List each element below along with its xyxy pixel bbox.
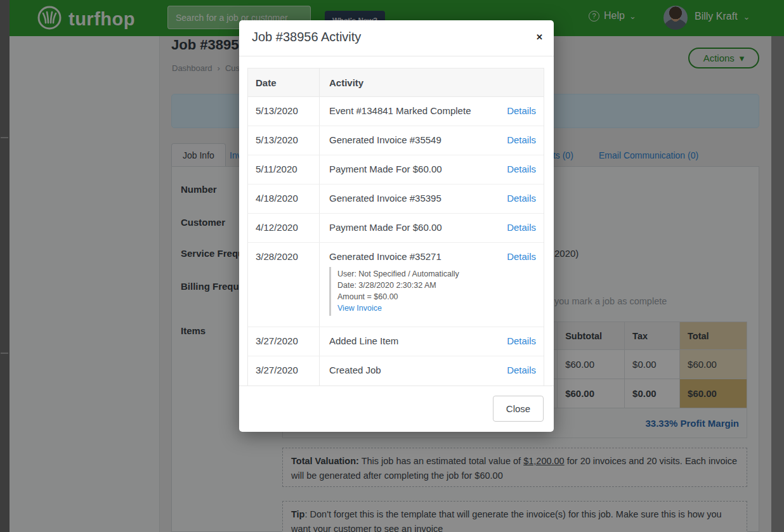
close-icon[interactable]: ✕ — [536, 33, 543, 41]
detail-date: Date: 3/28/2020 2:30:32 AM — [337, 280, 494, 291]
activity-row-expanded: 3/28/2020 Generated Invoice #35271 User:… — [248, 243, 544, 327]
detail-amount: Amount = $60.00 — [337, 291, 494, 302]
view-invoice-link[interactable]: View Invoice — [337, 304, 382, 313]
details-link[interactable]: Details — [507, 134, 536, 145]
modal-title: Job #38956 Activity — [252, 30, 361, 44]
col-header-date: Date — [248, 68, 320, 96]
details-link[interactable]: Details — [507, 105, 536, 116]
activity-row: 4/18/2020 Generated Invoice #35395 Detai… — [248, 185, 544, 214]
activity-row: 5/13/2020 Event #134841 Marked Complete … — [248, 97, 544, 126]
details-link[interactable]: Details — [507, 164, 536, 174]
job-activity-modal: Job #38956 Activity ✕ Date Activity 5/13… — [239, 20, 554, 432]
close-button[interactable]: Close — [493, 396, 544, 422]
activity-table-header: Date Activity — [248, 68, 544, 97]
activity-row: 4/12/2020 Payment Made For $60.00 Detail… — [248, 214, 544, 243]
activity-row: 3/27/2020 Created Job Details — [248, 356, 544, 386]
modal-footer: Close — [239, 386, 554, 432]
details-link[interactable]: Details — [507, 251, 536, 262]
col-header-activity: Activity — [320, 77, 494, 88]
modal-header: Job #38956 Activity ✕ — [239, 20, 554, 56]
activity-row: 3/27/2020 Added Line Item Details — [248, 327, 544, 356]
details-link[interactable]: Details — [507, 335, 536, 346]
detail-user: User: Not Specified / Automatically — [337, 268, 494, 280]
activity-row: 5/13/2020 Generated Invoice #35549 Detai… — [248, 126, 544, 155]
activity-row: 5/11/2020 Payment Made For $60.00 Detail… — [248, 155, 544, 185]
activity-table: Date Activity 5/13/2020 Event #134841 Ma… — [247, 68, 544, 386]
activity-details-block: User: Not Specified / Automatically Date… — [329, 267, 494, 316]
details-link[interactable]: Details — [507, 222, 536, 233]
details-link[interactable]: Details — [507, 193, 536, 204]
details-link[interactable]: Details — [507, 365, 536, 375]
